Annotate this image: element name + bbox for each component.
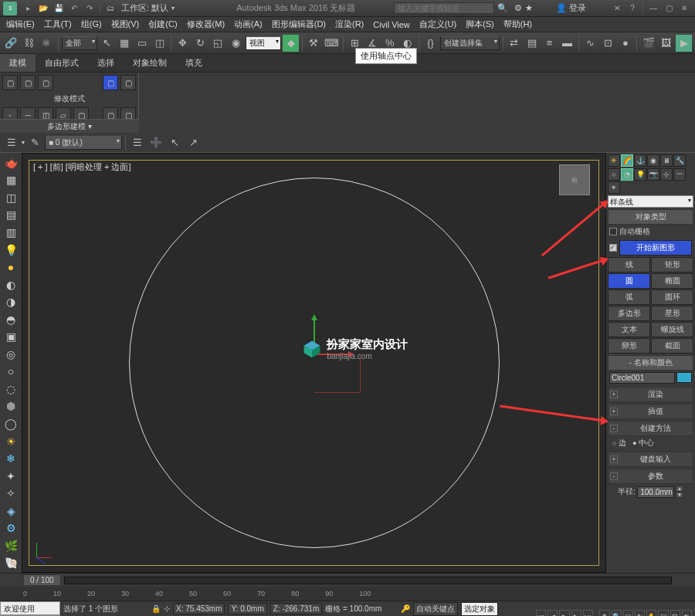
ico-22[interactable]: ⚙ bbox=[2, 520, 20, 536]
nav-1[interactable]: ✥ bbox=[599, 610, 609, 617]
goto-start-icon[interactable]: ⏮ bbox=[536, 610, 546, 617]
move-icon[interactable]: ✥ bbox=[175, 35, 191, 52]
layer-new-icon[interactable]: ✎ bbox=[26, 134, 43, 151]
rb-3[interactable]: ▢ bbox=[38, 75, 53, 90]
menu-graph[interactable]: 图形编辑器(D) bbox=[272, 19, 326, 30]
keymode-combo[interactable]: 选定对象 bbox=[461, 602, 498, 616]
rb-1[interactable]: ▢ bbox=[2, 75, 18, 90]
create-method-rollout[interactable]: -创建方法 bbox=[608, 421, 693, 436]
tab-create-icon[interactable]: ✳ bbox=[608, 154, 620, 167]
time-slider[interactable]: 0 / 100 bbox=[0, 573, 695, 587]
shape-arc[interactable]: 弧 bbox=[608, 289, 650, 305]
menu-modifiers[interactable]: 修改器(M) bbox=[187, 19, 225, 30]
menu-custom[interactable]: 自定义(U) bbox=[419, 19, 456, 30]
nav-4[interactable]: ↻ bbox=[635, 610, 645, 617]
select-icon[interactable]: ↖ bbox=[99, 35, 115, 52]
lb-4[interactable]: ↗ bbox=[185, 134, 202, 151]
align-icon[interactable]: ▤ bbox=[524, 35, 540, 52]
select-rect-icon[interactable]: ▭ bbox=[134, 35, 151, 52]
ico-10[interactable]: ◓ bbox=[2, 311, 20, 328]
lb-1[interactable]: ☰ bbox=[129, 134, 146, 151]
object-color-swatch[interactable] bbox=[676, 372, 692, 383]
tab-freeform[interactable]: 自由形式 bbox=[36, 54, 88, 72]
y-field[interactable]: Y: 0.0mm bbox=[228, 603, 266, 614]
tab-utils-icon[interactable]: 🔧 bbox=[673, 154, 686, 167]
ico-5[interactable]: ▥ bbox=[2, 224, 20, 241]
shape-donut[interactable]: 圆环 bbox=[651, 289, 693, 305]
menu-tools[interactable]: 工具(T) bbox=[44, 19, 72, 30]
menu-help[interactable]: 帮助(H) bbox=[503, 19, 532, 30]
ico-4[interactable]: ▤ bbox=[2, 207, 20, 224]
nav-3[interactable]: ▢ bbox=[623, 610, 633, 617]
layer-combo[interactable]: ■ 0 (默认) bbox=[45, 136, 122, 150]
autogrid-checkbox[interactable] bbox=[609, 228, 617, 235]
menu-group[interactable]: 组(G) bbox=[81, 19, 102, 30]
link-icon[interactable]: 🔗 bbox=[3, 35, 19, 52]
shape-section[interactable]: 截面 bbox=[651, 338, 693, 354]
layer-icon[interactable]: ≡ bbox=[541, 35, 558, 52]
menu-render[interactable]: 渲染(R) bbox=[335, 19, 364, 30]
rb-2[interactable]: ▢ bbox=[20, 75, 36, 90]
cat-geom-icon[interactable]: ○ bbox=[608, 168, 620, 181]
viewcube[interactable]: 前 bbox=[559, 164, 590, 195]
cat-lights-icon[interactable]: 💡 bbox=[634, 168, 646, 181]
welcome-cell[interactable]: 欢迎使用 bbox=[0, 601, 60, 615]
goto-end-icon[interactable]: ⏭ bbox=[583, 610, 593, 617]
menu-script[interactable]: 脚本(S) bbox=[466, 19, 494, 30]
shape-helix[interactable]: 螺旋线 bbox=[651, 322, 693, 337]
menu-create[interactable]: 创建(C) bbox=[148, 19, 177, 30]
grass-icon[interactable]: 🌿 bbox=[2, 537, 20, 554]
ico-20[interactable]: ✧ bbox=[2, 485, 20, 502]
radius-down[interactable]: ▼ bbox=[676, 492, 683, 498]
ico-19[interactable]: ✦ bbox=[2, 468, 20, 485]
minimize-icon[interactable]: — bbox=[646, 2, 660, 15]
radio-center[interactable]: 中心 bbox=[632, 438, 654, 448]
ico-21[interactable]: ◈ bbox=[2, 503, 20, 520]
ico-13[interactable]: ○ bbox=[2, 364, 20, 381]
bind-icon[interactable]: ⚛ bbox=[39, 35, 55, 52]
selection-set[interactable]: 创建选择集 bbox=[440, 36, 500, 50]
layer-explorer-icon[interactable]: ☰ bbox=[3, 134, 20, 151]
named-set-icon[interactable]: {} bbox=[422, 35, 439, 52]
light-icon[interactable]: 💡 bbox=[2, 242, 20, 259]
tab-motion-icon[interactable]: ◉ bbox=[647, 154, 659, 167]
radius-input[interactable] bbox=[637, 486, 674, 498]
ico-9[interactable]: ◑ bbox=[2, 293, 20, 310]
menu-edit[interactable]: 编辑(E) bbox=[6, 19, 35, 30]
autokey-button[interactable]: 自动关键点 bbox=[413, 602, 458, 616]
lb-2[interactable]: ➕ bbox=[147, 134, 164, 151]
radius-up[interactable]: ▲ bbox=[676, 486, 683, 492]
rotate-icon[interactable]: ↻ bbox=[192, 35, 208, 52]
app-icon[interactable]: 3 bbox=[3, 2, 17, 15]
ico-18[interactable]: ❄ bbox=[2, 450, 20, 467]
maximize-icon[interactable]: ▢ bbox=[662, 2, 676, 15]
open-icon[interactable]: 📂 bbox=[36, 2, 50, 15]
ref-coord[interactable]: 视图 bbox=[246, 36, 281, 50]
undo-icon[interactable]: ↶ bbox=[67, 2, 81, 15]
shape-line[interactable]: 线 bbox=[608, 257, 650, 272]
star-icon[interactable]: ★ bbox=[525, 3, 533, 13]
menu-view[interactable]: 视图(V) bbox=[111, 19, 140, 30]
cat-cam-icon[interactable]: 📷 bbox=[647, 168, 659, 181]
tab-display-icon[interactable]: 🖥 bbox=[660, 154, 673, 167]
curve-editor-icon[interactable]: ∿ bbox=[582, 35, 598, 52]
coord-icon[interactable]: ⊹ bbox=[164, 604, 170, 613]
comm-icon[interactable]: ⚙ bbox=[514, 3, 522, 13]
startnew-button[interactable]: 开始新图形 bbox=[619, 240, 692, 256]
window-cross-icon[interactable]: ◫ bbox=[152, 35, 168, 52]
ico-15[interactable]: ⬢ bbox=[2, 398, 20, 415]
scale-icon[interactable]: ◱ bbox=[210, 35, 226, 52]
key-icon[interactable]: 🔑 bbox=[401, 604, 410, 613]
ico-7[interactable]: ● bbox=[2, 259, 20, 276]
ico-2[interactable]: ▦ bbox=[2, 172, 20, 189]
render-setup-icon[interactable]: 🎬 bbox=[640, 35, 656, 52]
redo-icon[interactable]: ↷ bbox=[83, 2, 97, 15]
params-rollout[interactable]: -参数 bbox=[608, 469, 693, 484]
radio-edge[interactable]: 边 bbox=[612, 438, 626, 448]
lb-3[interactable]: ↖ bbox=[166, 134, 183, 151]
material-icon[interactable]: ● bbox=[618, 35, 634, 52]
project-icon[interactable]: 🗂 bbox=[103, 2, 117, 15]
close-icon[interactable]: ✕ bbox=[677, 2, 691, 15]
nav-5[interactable]: ✋ bbox=[646, 610, 656, 617]
tab-modify-icon[interactable]: 🌈 bbox=[621, 154, 633, 167]
